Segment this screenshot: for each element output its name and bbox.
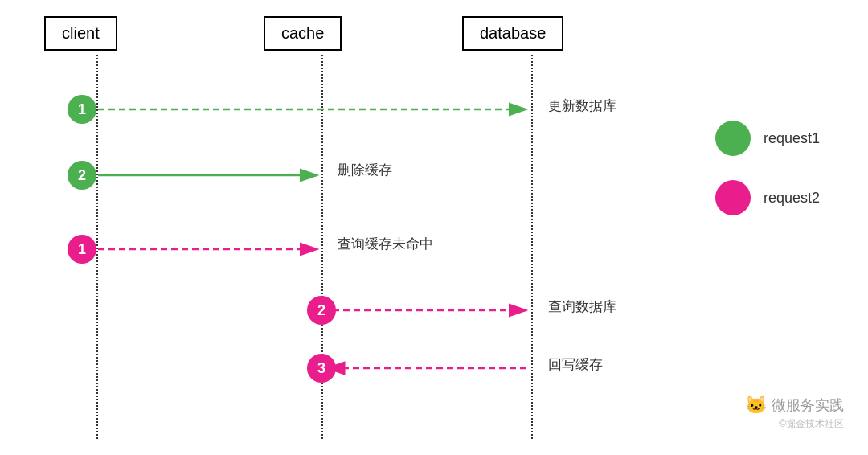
step-pink-3: 3 bbox=[307, 354, 336, 383]
watermark: 🐱 微服务实践 ©掘金技术社区 bbox=[745, 395, 844, 431]
label-query-db: 查询数据库 bbox=[548, 297, 616, 316]
legend-request1: request1 bbox=[715, 121, 820, 156]
label-delete-cache: 删除缓存 bbox=[338, 161, 392, 179]
step-green-1: 1 bbox=[68, 95, 96, 124]
step-green-2: 2 bbox=[68, 161, 96, 190]
legend: request1 request2 bbox=[715, 121, 820, 215]
label-write-back: 回写缓存 bbox=[548, 355, 603, 374]
actor-database: database bbox=[462, 16, 563, 51]
legend-request2: request2 bbox=[715, 180, 820, 215]
step-pink-1: 1 bbox=[68, 235, 96, 264]
legend-circle-green bbox=[715, 121, 751, 156]
watermark-main: 🐱 微服务实践 bbox=[745, 395, 844, 416]
diagram-container: client cache database bbox=[0, 0, 868, 455]
step-pink-2: 2 bbox=[307, 296, 336, 325]
label-cache-miss: 查询缓存未命中 bbox=[338, 235, 433, 253]
actor-client: client bbox=[44, 16, 117, 51]
legend-circle-pink bbox=[715, 180, 751, 215]
legend-label-request2: request2 bbox=[764, 190, 820, 207]
actor-cache: cache bbox=[264, 16, 342, 51]
watermark-sub: ©掘金技术社区 bbox=[745, 417, 844, 431]
lifeline-database bbox=[531, 55, 533, 439]
lifeline-client bbox=[96, 55, 98, 439]
watermark-icon: 🐱 bbox=[745, 395, 767, 416]
legend-label-request1: request1 bbox=[764, 130, 820, 147]
label-update-db: 更新数据库 bbox=[548, 96, 616, 115]
arrows-svg bbox=[0, 0, 868, 455]
watermark-text: 微服务实践 bbox=[772, 396, 844, 415]
